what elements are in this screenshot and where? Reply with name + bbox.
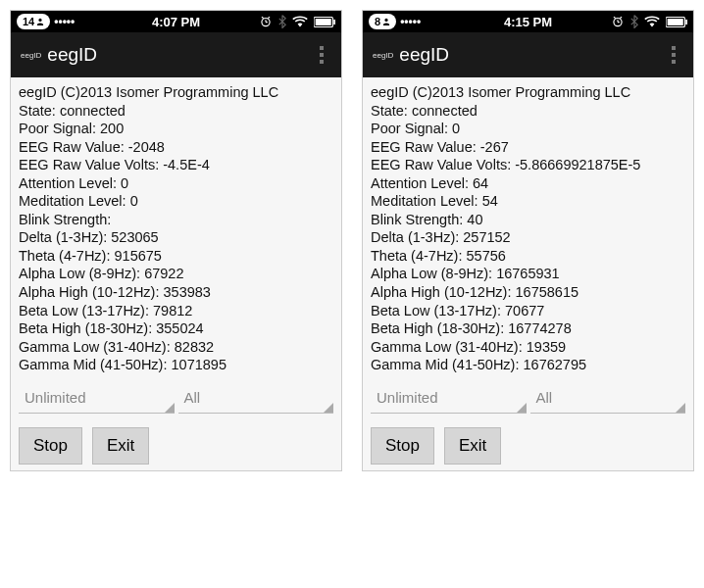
gamma-low-label: Gamma Low (31-40Hz): xyxy=(371,339,523,355)
svg-rect-7 xyxy=(316,19,331,25)
alpha-low-label: Alpha Low (8-9Hz): xyxy=(19,266,140,281)
raw-volts-label: EEG Raw Value Volts: xyxy=(19,157,159,172)
copyright-text: eegID (C)2013 Isomer Programming LLC xyxy=(371,83,685,102)
spinner-duration[interactable]: Unlimited xyxy=(19,382,175,414)
delta-value: 257152 xyxy=(463,229,510,245)
gamma-low-value: 82832 xyxy=(175,339,214,355)
spinner-filter[interactable]: All xyxy=(530,382,686,414)
beta-low-label: Beta Low (13-17Hz): xyxy=(19,303,149,318)
poor-signal-value: 200 xyxy=(100,121,124,136)
svg-point-0 xyxy=(39,19,42,22)
gamma-mid-label: Gamma Mid (41-50Hz): xyxy=(371,357,519,372)
status-bar: 8 ••••• 4:15 PM xyxy=(363,11,693,32)
stop-button[interactable]: Stop xyxy=(371,427,434,465)
spinner-duration[interactable]: Unlimited xyxy=(371,382,527,414)
raw-value: -267 xyxy=(480,139,509,155)
battery-icon xyxy=(314,17,335,27)
attention-label: Attention Level: xyxy=(371,175,469,191)
stop-button[interactable]: Stop xyxy=(19,427,82,465)
beta-high-value: 355024 xyxy=(156,320,203,336)
exit-button[interactable]: Exit xyxy=(92,427,149,465)
gamma-low-label: Gamma Low (31-40Hz): xyxy=(19,339,171,355)
attention-label: Attention Level: xyxy=(19,175,117,191)
phone-screen-2: 8 ••••• 4:15 PM eegID eegID eegID (C)201… xyxy=(362,10,694,471)
content-area: eegID (C)2013 Isomer Programming LLC Sta… xyxy=(363,77,693,470)
blink-label: Blink Strength: xyxy=(19,212,111,227)
alpha-high-label: Alpha High (10-12Hz): xyxy=(371,284,511,300)
clock: 4:15 PM xyxy=(504,15,552,29)
meditation-value: 0 xyxy=(130,193,138,209)
raw-value: -2048 xyxy=(128,139,165,155)
alpha-high-label: Alpha High (10-12Hz): xyxy=(19,284,159,300)
wifi-icon xyxy=(644,16,660,27)
app-title: eegID xyxy=(399,44,449,66)
alarm-icon xyxy=(611,15,625,28)
meditation-label: Meditation Level: xyxy=(371,193,478,209)
app-logo: eegID xyxy=(21,51,41,60)
state-label: State: xyxy=(19,103,56,119)
person-icon xyxy=(36,18,44,25)
beta-low-value: 70677 xyxy=(505,303,544,318)
battery-icon xyxy=(666,17,687,27)
wifi-icon xyxy=(292,16,308,27)
meditation-label: Meditation Level: xyxy=(19,193,126,209)
svg-line-13 xyxy=(614,17,616,18)
delta-label: Delta (1-3Hz): xyxy=(19,229,107,245)
beta-low-label: Beta Low (13-17Hz): xyxy=(371,303,501,318)
app-bar: eegID eegID xyxy=(11,32,341,77)
app-title: eegID xyxy=(47,44,97,66)
dots-icon: ••••• xyxy=(54,15,75,28)
gamma-low-value: 19359 xyxy=(527,339,566,355)
poor-signal-value: 0 xyxy=(452,121,460,136)
gamma-mid-label: Gamma Mid (41-50Hz): xyxy=(19,357,167,372)
copyright-text: eegID (C)2013 Isomer Programming LLC xyxy=(19,83,333,102)
beta-low-value: 79812 xyxy=(153,303,192,318)
theta-label: Theta (4-7Hz): xyxy=(371,248,462,264)
theta-value: 55756 xyxy=(467,248,506,264)
alpha-low-value: 67922 xyxy=(144,266,183,281)
delta-value: 523065 xyxy=(111,229,158,245)
beta-high-label: Beta High (18-30Hz): xyxy=(19,320,152,336)
alpha-low-value: 16765931 xyxy=(496,266,560,281)
delta-label: Delta (1-3Hz): xyxy=(371,229,459,245)
bluetooth-icon xyxy=(278,15,286,28)
overflow-menu-button[interactable] xyxy=(312,38,331,72)
alarm-icon xyxy=(259,15,273,28)
theta-value: 915675 xyxy=(115,248,162,264)
svg-line-4 xyxy=(262,17,264,18)
status-bar: 14 ••••• 4:07 PM xyxy=(11,11,341,32)
state-value: connected xyxy=(412,103,478,119)
raw-volts-label: EEG Raw Value Volts: xyxy=(371,157,511,172)
raw-label: EEG Raw Value: xyxy=(371,139,477,155)
state-value: connected xyxy=(60,103,126,119)
theta-label: Theta (4-7Hz): xyxy=(19,248,110,264)
clock: 4:07 PM xyxy=(152,15,200,29)
exit-button[interactable]: Exit xyxy=(444,427,501,465)
raw-volts-value: -5.86669921875E-5 xyxy=(515,157,640,172)
person-icon xyxy=(382,18,390,25)
svg-line-5 xyxy=(268,17,270,18)
overflow-menu-button[interactable] xyxy=(664,38,683,72)
bluetooth-icon xyxy=(630,15,638,28)
svg-rect-8 xyxy=(333,19,335,24)
raw-label: EEG Raw Value: xyxy=(19,139,125,155)
gamma-mid-value: 1071895 xyxy=(172,357,226,372)
dots-icon: ••••• xyxy=(400,15,421,28)
raw-volts-value: -4.5E-4 xyxy=(163,157,210,172)
svg-line-14 xyxy=(620,17,622,18)
blink-label: Blink Strength: xyxy=(371,212,463,227)
spinner-filter[interactable]: All xyxy=(178,382,334,414)
meditation-value: 54 xyxy=(482,193,498,209)
app-logo: eegID xyxy=(373,51,393,60)
attention-value: 64 xyxy=(473,175,488,191)
svg-rect-17 xyxy=(685,19,687,24)
poor-signal-label: Poor Signal: xyxy=(19,121,96,136)
state-label: State: xyxy=(371,103,408,119)
poor-signal-label: Poor Signal: xyxy=(371,121,448,136)
blink-value: 40 xyxy=(467,212,482,227)
beta-high-value: 16774278 xyxy=(508,320,572,336)
alpha-high-value: 353983 xyxy=(164,284,211,300)
phone-screen-1: 14 ••••• 4:07 PM eegID eegID eegID (C)20… xyxy=(10,10,342,471)
notification-badge: 14 xyxy=(17,14,50,29)
beta-high-label: Beta High (18-30Hz): xyxy=(371,320,504,336)
